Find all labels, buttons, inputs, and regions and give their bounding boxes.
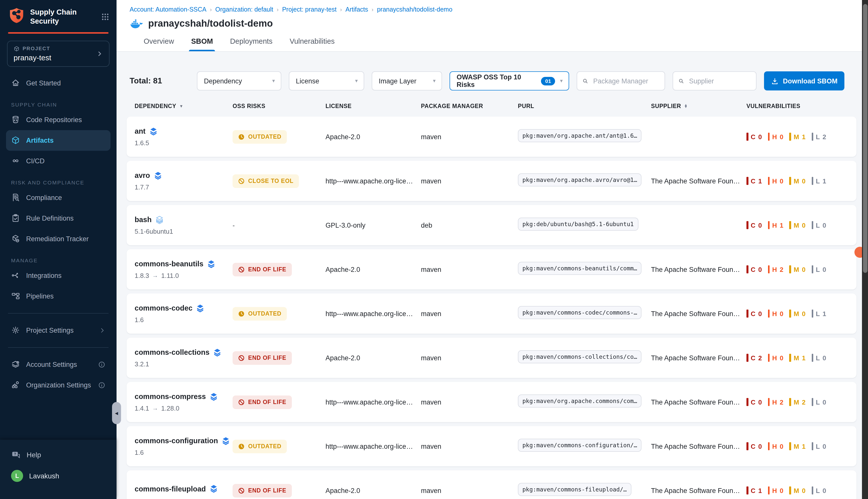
breadcrumb-separator: › [210,7,212,13]
breadcrumb-link[interactable]: Organization: default [215,6,273,13]
purl-chip[interactable]: pkg:maven/commons-fileupload/… [518,483,631,496]
purl-chip[interactable]: pkg:maven/org.apache.avro/avro@1… [518,173,642,186]
sort-desc-icon: ▼ [179,104,183,108]
sidebar-item-account-settings[interactable]: Account Settings [6,354,111,375]
purl-chip[interactable]: pkg:maven/commons-configuration/… [518,439,642,452]
package-manager-cell: maven [421,310,518,317]
docker-icon [129,19,143,29]
breadcrumb-link[interactable]: Account: Automation-SSCA [129,6,207,13]
table-row[interactable]: commons-collections 3.2.1 END OF LIFE Ap… [127,338,856,378]
oss-risk-cell: OUTDATED [233,307,325,320]
main-area: Account: Automation-SSCA›Organization: d… [116,0,868,499]
column-purl: PURL [518,103,651,109]
filter-label: OWASP OSS Top 10 Risks [457,73,537,88]
toolbar: Total: 81 Dependency▼License▼Image Layer… [127,71,856,90]
shield-logo-icon [8,7,25,26]
gear-icon [11,326,20,335]
ban-icon [238,266,245,272]
page-scrollbar[interactable] [862,0,868,499]
help-button[interactable]: ? Help [11,447,106,463]
table-row[interactable]: commons-fileupload END OF LIFE Apache-2.… [127,470,856,499]
total-count: Total: 81 [127,76,197,85]
cube-icon [11,136,20,145]
scrollbar-thumb[interactable] [863,4,867,273]
layers-icon [213,348,222,356]
vuln-l: L 0 [811,265,827,273]
sidebar-item-organization-settings[interactable]: Organization Settings [6,375,111,395]
dependency-version: 1.6.5 [135,139,233,146]
filter-image-layer[interactable]: Image Layer▼ [372,71,442,90]
package-manager-search[interactable] [576,71,665,90]
table-row[interactable]: commons-configuration 1.6 OUTDATED http-… [127,426,856,466]
oss-risk-cell: CLOSE TO EOL [233,174,325,188]
breadcrumb-link[interactable]: Project: pranay-test [282,6,337,13]
filter-label: Dependency [204,77,267,85]
sidebar-collapse-handle[interactable]: ◀ [112,402,121,424]
purl-chip[interactable]: pkg:maven/org.apache.commons/com… [518,394,642,407]
oss-risk-cell: END OF LIFE [233,484,325,497]
sidebar-item-code-repositories[interactable]: Code Repositories [6,109,111,130]
tab-sbom[interactable]: SBOM [191,37,213,51]
purl-chip[interactable]: pkg:maven/commons-collections/co… [518,350,642,363]
tab-deployments[interactable]: Deployments [230,37,273,51]
license-cell: Apache-2.0 [325,354,421,362]
filter-license[interactable]: License▼ [289,71,364,90]
supplier-input[interactable] [688,77,751,85]
column-dependency[interactable]: DEPENDENCY▼ [135,103,233,109]
avatar: L [11,470,23,482]
tab-vulnerabilities[interactable]: Vulnerabilities [289,37,335,51]
sidebar-item-ci-cd[interactable]: CI/CD [6,150,111,171]
vulnerabilities-cell: C 0 H 2 M 2 L 0 [746,398,848,406]
license-cell: http---www.apache.org-lice… [325,442,421,450]
user-menu[interactable]: L Lavakush [11,470,106,482]
dependency-name: ant [135,127,146,135]
download-icon [771,77,778,85]
table-header: DEPENDENCY▼ OSS RISKS LICENSE PACKAGE MA… [127,101,856,111]
table-row[interactable]: commons-codec 1.6 OUTDATED http---www.ap… [127,293,856,334]
vuln-h: H 0 [768,486,784,495]
table-row[interactable]: ant 1.6.5 OUTDATED Apache-2.0 maven pkg:… [127,117,856,157]
breadcrumb-link[interactable]: Artifacts [345,6,368,13]
vuln-m: M 1 [790,442,806,450]
sidebar-item-pipelines[interactable]: Pipelines [6,286,111,306]
sidebar-item-compliance[interactable]: Compliance [6,187,111,208]
doc-search-icon [11,193,20,202]
dependency-name: avro [135,171,150,179]
layers-icon [155,215,164,224]
page-title: pranaycshah/todolist-demo [148,18,273,29]
table-row[interactable]: commons-beanutils 1.8.3 → 1.11.0 END OF … [127,249,856,290]
sidebar-item-integrations[interactable]: Integrations [6,265,111,286]
package-manager-input[interactable] [592,77,659,85]
purl-chip[interactable]: pkg:maven/commons-beanutils/comm… [518,262,642,275]
sidebar-item-remediation-tracker[interactable]: Remediation Tracker [6,228,111,249]
column-license: LICENSE [325,103,421,109]
filter-dependency[interactable]: Dependency▼ [197,71,281,90]
download-sbom-button[interactable]: Download SBOM [764,71,844,90]
table-row[interactable]: bash 5.1-6ubuntu1 - GPL-3.0-only deb pkg… [127,205,856,245]
sidebar-item-project-settings[interactable]: Project Settings [6,320,111,340]
purl-chip[interactable]: pkg:maven/commons-codec/commons-… [518,306,642,319]
app-switcher-icon[interactable] [101,12,110,21]
purl-chip[interactable]: pkg:deb/ubuntu/bash@5.1-6ubuntu1 [518,218,638,231]
sidebar-item-artifacts[interactable]: Artifacts [6,130,111,150]
tab-overview[interactable]: Overview [144,37,174,51]
column-supplier[interactable]: SUPPLIER ▲▼ [651,103,746,109]
dependency-name: bash [135,216,152,223]
vuln-m: M 2 [790,398,806,406]
filter-owasp-oss-top-10-risks[interactable]: OWASP OSS Top 10 Risks01▼ [449,71,569,90]
license-cell: http---www.apache.org-lice… [325,177,421,185]
vuln-l: L 0 [811,442,827,450]
purl-cell: pkg:maven/commons-collections/co… [518,350,651,365]
table-row[interactable]: commons-compress 1.4.1 → 1.28.0 END OF L… [127,382,856,422]
dependency-version: 1.6 [135,316,233,324]
table-row[interactable]: avro 1.7.7 CLOSE TO EOL http---www.apach… [127,161,856,201]
breadcrumb-separator: › [340,7,342,13]
supplier-search[interactable] [673,71,756,90]
sidebar-item-get-started[interactable]: Get Started [6,73,111,93]
project-selector[interactable]: PROJECT pranay-test [7,40,110,66]
breadcrumb-link[interactable]: pranaycshah/todolist-demo [377,6,452,13]
sidebar-item-rule-definitions[interactable]: Rule Definitions [6,208,111,228]
vuln-h: H 1 [768,221,784,229]
box-wrench-icon [11,234,20,243]
purl-chip[interactable]: pkg:maven/org.apache.ant/ant@1.6… [518,129,642,142]
